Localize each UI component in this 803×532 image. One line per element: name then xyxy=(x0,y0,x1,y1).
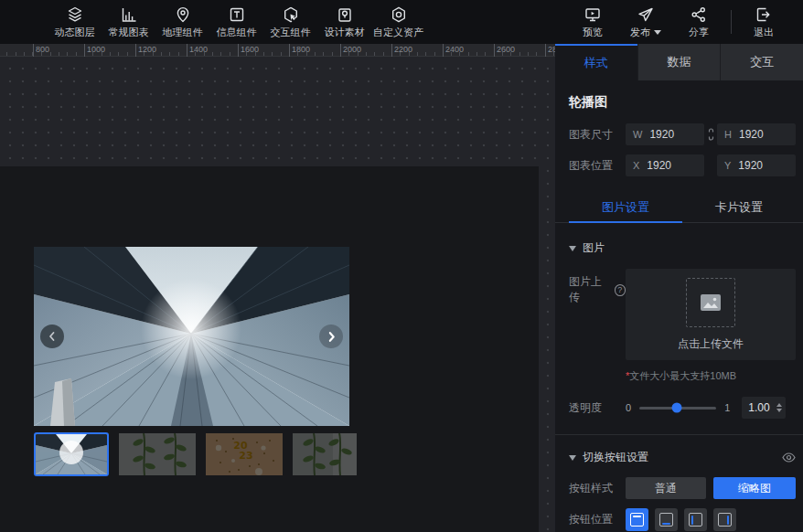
architecture-photo xyxy=(34,247,349,426)
upload-dashed-box xyxy=(686,278,735,327)
position-right-button[interactable] xyxy=(713,508,736,531)
publish-label: 发布 xyxy=(630,26,661,39)
exit-button[interactable]: 退出 xyxy=(737,5,790,39)
top-toolbar: 动态图层 常规图表 地理组件 信息组件 xyxy=(0,0,803,44)
button-style-row: 按钮样式 普通 缩略图 xyxy=(569,477,796,499)
visibility-eye-icon[interactable] xyxy=(782,452,796,463)
toolbar-actions: 预览 发布 分享 退出 xyxy=(566,5,803,39)
button-position-options xyxy=(626,508,736,531)
image-upload-row: 图片上传 ? 点击上传文件 xyxy=(569,269,796,360)
upload-size-note: *文件大小最大支持10MB xyxy=(626,369,796,383)
exit-icon xyxy=(755,5,773,24)
preview-button[interactable]: 预览 xyxy=(566,5,619,39)
toolbar-item-charts[interactable]: 常规图表 xyxy=(102,5,155,39)
share-label: 分享 xyxy=(689,26,709,39)
ruler-tick-label: 2000 xyxy=(343,45,361,54)
design-asset-icon xyxy=(336,5,354,24)
slider-max-label: 1 xyxy=(724,402,730,413)
collapse-triangle-icon xyxy=(569,455,576,461)
opacity-row: 透明度 0 1 1.00 xyxy=(569,397,796,419)
tab-style[interactable]: 样式 xyxy=(555,44,637,80)
share-button[interactable]: 分享 xyxy=(672,5,725,39)
thumbnail-2023-confetti[interactable]: 20 23 xyxy=(206,433,283,475)
help-icon[interactable]: ? xyxy=(615,284,626,296)
bar-chart-icon xyxy=(120,5,138,24)
ruler-tick-label: 2400 xyxy=(445,45,464,54)
ruler-tick-label: 1000 xyxy=(87,45,105,54)
panel-body: 轮播图 图表尺寸 W 1920 H 1920 图表位置 xyxy=(555,80,803,532)
toolbar-item-custom-assets[interactable]: 自定义资产 xyxy=(371,5,425,39)
tab-card-settings[interactable]: 卡片设置 xyxy=(682,192,796,222)
map-pin-icon xyxy=(174,5,192,24)
ruler-tick-label: 2600 xyxy=(497,45,515,54)
chart-size-label: 图表尺寸 xyxy=(569,127,626,143)
width-field[interactable]: W 1920 xyxy=(626,123,704,145)
chevron-down-icon xyxy=(654,30,661,35)
toolbar-item-label: 信息组件 xyxy=(217,26,257,39)
ruler-tick-label: 1400 xyxy=(189,45,208,54)
thumbnail-plant-2[interactable] xyxy=(293,433,357,475)
opacity-label: 透明度 xyxy=(569,400,626,416)
ruler-tick-label: 1200 xyxy=(138,45,156,54)
slider-min-label: 0 xyxy=(626,402,631,413)
svg-text:23: 23 xyxy=(239,450,252,462)
ruler-tick-label: 1600 xyxy=(241,45,259,54)
stepper-down-icon[interactable] xyxy=(776,409,782,412)
x-field[interactable]: X 1920 xyxy=(626,154,704,176)
ruler-tick-label: 1800 xyxy=(292,45,310,54)
thumbnail-plant[interactable] xyxy=(119,433,196,475)
button-style-thumbnail[interactable]: 缩略图 xyxy=(713,477,796,499)
section-divider xyxy=(555,434,803,435)
opacity-value-field[interactable]: 1.00 xyxy=(742,397,786,419)
link-dimensions-icon[interactable] xyxy=(704,128,717,141)
button-style-normal[interactable]: 普通 xyxy=(626,477,706,499)
toolbar-item-dynamic-layers[interactable]: 动态图层 xyxy=(48,5,102,39)
carousel-next-button[interactable] xyxy=(319,325,343,348)
image-section-header[interactable]: 图片 xyxy=(569,240,796,256)
carousel-thumbnails: 20 23 xyxy=(34,432,357,476)
tab-data[interactable]: 数据 xyxy=(637,44,721,80)
toolbar-item-label: 常规图表 xyxy=(109,26,149,39)
tab-image-settings[interactable]: 图片设置 xyxy=(569,192,682,222)
switch-buttons-section-header[interactable]: 切换按钮设置 xyxy=(569,450,796,465)
design-canvas[interactable]: 800 1000 1200 1400 1600 1800 2000 2200 2… xyxy=(0,44,555,532)
position-left-button[interactable] xyxy=(684,508,707,531)
ruler-tick-label: 800 xyxy=(36,45,49,54)
image-upload-label: 图片上传 ? xyxy=(569,274,626,305)
height-field[interactable]: H 1920 xyxy=(717,123,796,145)
carousel-prev-button[interactable] xyxy=(40,325,64,348)
exit-label: 退出 xyxy=(754,26,774,39)
tab-interaction[interactable]: 交互 xyxy=(720,44,803,80)
settings-panel: 样式 数据 交互 轮播图 图表尺寸 W 1920 H 1920 xyxy=(555,44,803,532)
opacity-slider[interactable] xyxy=(639,407,716,410)
toolbar-item-design-assets[interactable]: 设计素材 xyxy=(317,5,371,39)
toolbar-item-info[interactable]: 信息组件 xyxy=(209,5,263,39)
carousel-component[interactable] xyxy=(34,247,349,426)
button-position-label: 按钮位置 xyxy=(569,512,626,527)
value-stepper[interactable] xyxy=(776,403,782,412)
toolbar-item-label: 地理组件 xyxy=(163,26,203,39)
image-placeholder-icon xyxy=(700,293,722,312)
position-bottom-button[interactable] xyxy=(655,508,678,531)
preview-label: 预览 xyxy=(583,26,603,39)
opacity-slider-wrap: 0 1 1.00 xyxy=(626,397,796,419)
architecture-thumb-image xyxy=(36,434,107,474)
toolbar-item-geo[interactable]: 地理组件 xyxy=(155,5,209,39)
publish-button[interactable]: 发布 xyxy=(619,5,672,39)
component-title: 轮播图 xyxy=(569,94,796,111)
thumbnail-architecture[interactable] xyxy=(34,432,109,476)
button-position-row: 按钮位置 xyxy=(569,508,796,531)
svg-text:20: 20 xyxy=(233,440,248,452)
upload-dropzone[interactable]: 点击上传文件 xyxy=(626,269,796,360)
artboard[interactable]: 20 23 xyxy=(0,166,539,532)
toolbar-item-interact[interactable]: 交互组件 xyxy=(263,5,317,39)
interact-hexagon-icon xyxy=(282,5,300,24)
stepper-up-icon[interactable] xyxy=(776,403,782,407)
slider-handle[interactable] xyxy=(672,403,682,413)
chart-position-row: 图表位置 X 1920 Y 1920 xyxy=(569,154,796,176)
preview-icon xyxy=(584,5,602,24)
position-top-button[interactable] xyxy=(626,508,648,531)
y-field[interactable]: Y 1920 xyxy=(717,154,796,176)
ruler-tick-label: 2800 xyxy=(548,45,555,54)
toolbar-divider xyxy=(731,10,732,34)
